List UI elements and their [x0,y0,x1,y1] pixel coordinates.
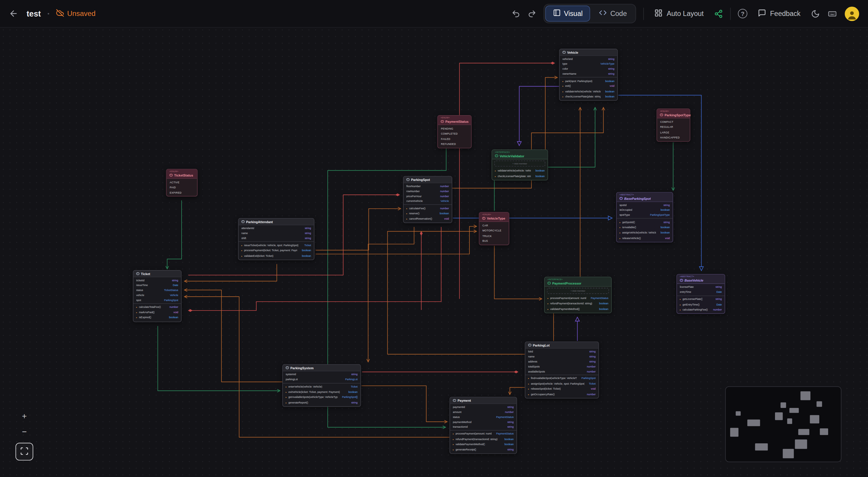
node-header[interactable]: CPayment [450,397,516,404]
class-node-Ticket[interactable]: CTicketticketIdstringissueTimeDatestatus… [133,270,182,322]
field-row[interactable]: ticketIdstring [133,278,181,283]
node-header[interactable]: «ENUM»EVehicleType [479,213,509,222]
field-row[interactable]: ownerNamestring [560,71,617,76]
field-row[interactable]: lotIdstring [525,349,598,354]
method-row[interactable]: ▸getOccupancyRate()number [525,392,598,397]
class-node-Payment[interactable]: CPaymentpaymentIdstringamountnumberstatu… [450,397,517,454]
interface-node-PaymentProcessor[interactable]: «INTERFACE»IPaymentProcessor+ Add member… [544,277,612,313]
method-row[interactable]: ▸assignSpot(vehicle: Vehicle, spot: Park… [525,381,598,387]
method-row[interactable]: ▸markAsPaid()void [133,310,181,315]
field-row[interactable]: typeVehicleType [560,62,617,66]
method-row[interactable]: ▸calculateParkingFee()number [677,307,724,313]
enum-value-row[interactable]: HANDICAPPED [657,135,690,140]
help-button[interactable]: ? [738,9,748,18]
node-header[interactable]: CParkingAttendant [239,219,314,225]
field-row[interactable]: shiftstring [239,236,314,241]
field-row[interactable]: vehicleIdstring [560,57,617,61]
enum-value-row[interactable]: PENDING [438,126,471,131]
field-row[interactable]: totalSpotsnumber [525,364,598,369]
method-row[interactable]: ▸refundPayment(transactionId: string)boo… [450,437,516,442]
share-button[interactable] [714,9,723,18]
method-row[interactable]: ▸releaseSpot(ticket: Ticket)void [525,387,598,392]
method-row[interactable]: ▸processPayment(amount: number)PaymentSt… [545,296,611,301]
abstract-node-BaseParkingSpot[interactable]: «ABSTRACT»ABaseParkingSpotspotIdstringis… [616,192,673,242]
field-row[interactable]: addressstring [525,359,598,364]
node-header[interactable]: «ENUM»EPaymentStatus [438,116,471,125]
method-row[interactable]: ▸checkLicensePlate(plate: string)boolean [492,174,548,179]
field-row[interactable]: licensePlatestring [677,285,724,290]
class-node-ParkingAttendant[interactable]: CParkingAttendantattendantIdstringnamest… [238,218,314,260]
field-row[interactable]: isOccupiedboolean [617,208,673,213]
fit-view-button[interactable] [16,443,33,460]
method-row[interactable]: ▸validateVehicle(vehicle: Vehicle)boolea… [560,89,617,94]
minimap[interactable] [725,386,841,462]
method-row[interactable]: ▸getLicensePlate()string [677,297,724,302]
method-row[interactable]: ▸isExpired()boolean [133,315,181,321]
method-row[interactable]: ▸validatePaymentMethod()boolean [450,442,516,447]
keyboard-shortcuts-button[interactable] [827,9,838,18]
field-row[interactable]: parkingLotParkingLot [283,377,361,382]
method-row[interactable]: ▸exit()void [560,84,617,89]
node-header[interactable]: CParkingLot [525,342,598,349]
enum-node-VehicleType[interactable]: «ENUM»EVehicleTypeCARMOTORCYCLETRUCKBUS [479,212,509,245]
method-row[interactable]: ▸validateVehicle(vehicle: Vehicle)boolea… [492,168,548,174]
zoom-out-button[interactable]: − [17,425,32,437]
field-row[interactable]: attendantIdstring [239,226,314,231]
class-node-ParkingLot[interactable]: CParkingLotlotIdstringnamestringaddresss… [525,342,599,399]
add-member-button[interactable]: + Add member [494,161,545,167]
method-row[interactable]: ▸calculateFee()number [404,206,452,211]
method-row[interactable]: ▸generateReport()string [283,400,361,405]
node-header[interactable]: «ENUM»ETicketStatus [166,169,197,179]
field-row[interactable]: floorNumbernumber [404,184,452,189]
node-header[interactable]: «ABSTRACT»ABaseVehicle [677,275,724,284]
method-row[interactable]: ▸processPayment(amount: number)PaymentSt… [450,431,516,437]
theme-toggle-button[interactable] [811,9,820,18]
node-header[interactable]: CVehicle [560,49,617,56]
method-row[interactable]: ▸park(spot: ParkingSpot)boolean [560,78,617,84]
enum-value-row[interactable]: TRUCK [479,233,509,238]
field-row[interactable]: entryTimeDate [677,290,724,294]
method-row[interactable]: ▸reserve()boolean [404,211,452,216]
field-row[interactable]: currentVehicleVehicle [404,199,452,203]
field-row[interactable]: vehicleVehicle [133,293,181,297]
enum-value-row[interactable]: REFUNDED [438,141,471,147]
method-row[interactable]: ▸getEntryTime()Date [677,302,724,307]
field-row[interactable]: issueTimeDate [133,283,181,288]
enum-node-TicketStatus[interactable]: «ENUM»ETicketStatusACTIVEPAIDEXPIRED [166,169,198,197]
field-row[interactable]: statusPaymentStatus [450,414,516,419]
node-header[interactable]: CTicket [133,271,181,278]
enum-value-row[interactable]: PAID [166,185,197,190]
method-row[interactable]: ▸refundPayment(transactionId: string)boo… [545,301,611,307]
enum-value-row[interactable]: COMPLETED [438,131,471,136]
method-row[interactable]: ▸exitVehicle(ticket: Ticket, payment: Pa… [283,389,361,395]
back-button[interactable] [9,9,18,18]
enum-value-row[interactable]: EXPIRED [166,190,197,195]
field-row[interactable]: spotIdstring [617,203,673,208]
method-row[interactable]: ▸issueTicket(vehicle: Vehicle, spot: Par… [239,243,314,248]
redo-button[interactable] [527,9,536,18]
enum-value-row[interactable]: CAR [479,223,509,228]
field-row[interactable]: availableSpotsnumber [525,369,598,374]
enum-value-row[interactable]: ACTIVE [166,180,197,185]
auto-layout-button[interactable]: Auto Layout [651,8,707,19]
class-node-Vehicle[interactable]: CVehiclevehicleIdstringtypeVehicleTypeco… [559,49,618,101]
node-header[interactable]: CParkingSystem [283,365,361,372]
method-row[interactable]: ▸generateReceipt()string [450,447,516,452]
method-row[interactable]: ▸validateExit(ticket: Ticket)boolean [239,254,314,259]
method-row[interactable]: ▸calculateTotalFee()number [133,305,181,310]
method-row[interactable]: ▸checkLicensePlate(plate: string)boolean [560,94,617,99]
avatar[interactable] [845,6,859,21]
feedback-button[interactable]: Feedback [755,8,804,19]
enum-value-row[interactable]: FAILED [438,136,471,142]
field-row[interactable]: spotParkingSpot [133,297,181,302]
enum-value-row[interactable]: COMPACT [657,119,690,125]
field-row[interactable]: pricePerHournumber [404,194,452,198]
method-row[interactable]: ▸releaseVehicle()void [617,235,673,241]
class-node-ParkingSpot[interactable]: CParkingSpotfloorNumbernumberrowNumbernu… [403,176,452,223]
node-header[interactable]: «INTERFACE»IVehicleValidator [492,150,548,159]
field-row[interactable]: namestring [525,354,598,359]
method-row[interactable]: ▸isAvailable()boolean [617,225,673,230]
interface-node-VehicleValidator[interactable]: «INTERFACE»IVehicleValidator+ Add member… [492,149,548,180]
tab-code[interactable]: Code [591,6,634,22]
method-row[interactable]: ▸getAvailableSpots(vehicleType: VehicleT… [283,395,361,400]
